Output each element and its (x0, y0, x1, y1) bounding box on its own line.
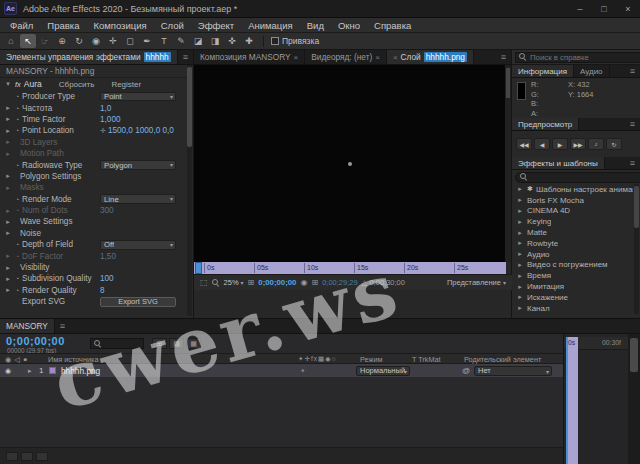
property-value[interactable]: 100 (100, 274, 114, 283)
blend-mode-dropdown[interactable]: Нормальный (356, 366, 410, 376)
puppet-tool-icon[interactable]: ✚ (241, 34, 257, 48)
layer-name[interactable]: hhhhh.png (61, 366, 100, 376)
register-link[interactable]: Register (111, 80, 141, 89)
expand-inout-columns-icon[interactable] (36, 452, 48, 461)
twirl-icon[interactable]: ▸ (4, 264, 12, 272)
always-preview-icon[interactable]: ⬚ (200, 278, 208, 287)
panel-menu-icon[interactable]: ≡ (625, 157, 640, 169)
panel-menu-icon[interactable]: ≡ (178, 50, 193, 64)
stopwatch-icon[interactable]: ◔ (12, 241, 22, 248)
pan-behind-tool-icon[interactable]: ✛ (105, 34, 121, 48)
maximize-icon[interactable]: □ (592, 0, 616, 17)
menu-composition[interactable]: Композиция (86, 20, 153, 31)
effects-category-item[interactable]: ▸Rowbyte (512, 238, 633, 249)
menu-view[interactable]: Вид (300, 20, 331, 31)
grid-icon[interactable]: ⊞ (248, 278, 255, 287)
brush-tool-icon[interactable]: ✎ (173, 34, 189, 48)
camera-tool-icon[interactable]: ◉ (88, 34, 104, 48)
property-value[interactable]: 8 (100, 286, 105, 295)
draft-3d-icon[interactable]: ▤ (169, 338, 184, 349)
twirl-icon[interactable]: ▸ (4, 138, 12, 146)
twirl-icon[interactable]: ▸ (4, 218, 12, 226)
close-icon[interactable]: × (616, 0, 640, 17)
view-dropdown[interactable]: Представление ▾ (447, 278, 506, 287)
twirl-icon[interactable]: ▸ (4, 286, 12, 294)
stopwatch-icon[interactable]: ◔ (12, 253, 22, 260)
current-time-indicator[interactable] (195, 262, 202, 274)
loop-toggle-button[interactable]: ↻ (606, 138, 622, 150)
minimize-icon[interactable]: – (568, 0, 592, 17)
panel-menu-icon[interactable]: ≡ (625, 118, 640, 130)
chevron-right-icon[interactable]: ▸ (516, 229, 524, 237)
home-icon[interactable]: ⌂ (3, 34, 19, 48)
column-parent[interactable]: Родительский элемент (464, 355, 541, 364)
effect-name[interactable]: Aura (24, 79, 42, 89)
parent-pickwhip-icon[interactable]: @ (462, 366, 470, 375)
eye-icon[interactable]: ◉ (5, 367, 11, 375)
timeline-track-area[interactable]: 0s 00:30f (563, 334, 628, 464)
layer-viewport[interactable] (194, 65, 506, 262)
property-value[interactable]: 300 (100, 206, 114, 215)
first-frame-button[interactable]: ◀◀ (516, 138, 532, 150)
twirl-icon[interactable]: ▸ (4, 252, 12, 260)
panel-menu-icon[interactable]: ≡ (625, 65, 640, 77)
effects-category-item[interactable]: ▸Искажение (512, 292, 633, 303)
twirl-icon[interactable]: ▸ (4, 172, 12, 180)
effects-search-input[interactable] (531, 173, 640, 182)
twirl-icon[interactable]: ▸ (4, 207, 12, 215)
chevron-right-icon[interactable]: ▸ (516, 185, 524, 193)
stopwatch-icon[interactable]: ◔ (12, 127, 22, 134)
stopwatch-icon[interactable]: ◔ (12, 275, 22, 282)
layer-label-color[interactable] (49, 367, 56, 374)
tab-layer[interactable]: × Слой hhhhh.png (387, 50, 474, 64)
zoom-tool-icon[interactable]: ⊕ (54, 34, 70, 48)
effects-category-item[interactable]: ▸✱Шаблоны настроек анимации (512, 184, 633, 195)
layer-row[interactable]: ◉ ▸ 1 hhhhh.png ✦ Нормальный @ Нет (0, 364, 563, 377)
panel-menu-icon[interactable]: ≡ (496, 50, 511, 64)
tab-effects-presets[interactable]: Эффекты и шаблоны (512, 157, 605, 169)
effects-category-item[interactable]: ▸Keying (512, 216, 633, 227)
help-search-input[interactable] (530, 53, 639, 62)
effects-category-item[interactable]: ▸Boris FX Mocha (512, 195, 633, 206)
twirl-icon[interactable]: ▸ (4, 127, 12, 135)
chevron-right-icon[interactable]: ▸ (516, 293, 524, 301)
twirl-icon[interactable]: ▸ (4, 104, 12, 112)
column-trkmat[interactable]: T TrkMat (412, 355, 441, 364)
effects-search-box[interactable] (515, 172, 640, 183)
viewer-timecode[interactable]: 0;00;00;00 (258, 278, 296, 287)
effects-category-item[interactable]: ▸Аудио (512, 249, 633, 260)
menu-animation[interactable]: Анимация (241, 20, 300, 31)
tab-preview[interactable]: Предпросмотр (512, 118, 579, 130)
timeline-timecode[interactable]: 0;00;00;00 (6, 335, 65, 347)
twirl-icon[interactable]: ▸ (4, 115, 12, 123)
type-tool-icon[interactable]: T (156, 34, 172, 48)
twirl-open-icon[interactable]: ▾ (4, 80, 12, 88)
layer-switches[interactable]: ✦ (300, 367, 307, 375)
layer-time-ruler[interactable]: 0s 05s 10s 15s 20s 25s (194, 262, 506, 274)
column-source-name[interactable]: Имя источника (48, 355, 98, 364)
last-frame-button[interactable]: ▶▶ (570, 138, 586, 150)
duration-timecode[interactable]: 0;00;29;29 (322, 278, 357, 287)
close-icon[interactable]: × (393, 53, 398, 62)
close-icon[interactable]: × (294, 53, 299, 62)
parent-dropdown[interactable]: Нет (474, 366, 552, 376)
column-mode[interactable]: Режим (360, 355, 383, 364)
timeline-scrollbar[interactable] (628, 334, 640, 464)
menu-help[interactable]: Справка (367, 20, 418, 31)
crosshair-icon[interactable]: ✛ (100, 127, 106, 135)
stopwatch-icon[interactable]: ◔ (12, 105, 22, 112)
magnifier-icon[interactable] (212, 279, 220, 287)
timeline-search-box[interactable] (90, 338, 144, 349)
eraser-tool-icon[interactable]: ◨ (207, 34, 223, 48)
tab-effect-controls[interactable]: Элементы управления эффектами hhhhh (0, 50, 178, 64)
clone-stamp-tool-icon[interactable]: ◪ (190, 34, 206, 48)
chevron-right-icon[interactable]: ▸ (516, 196, 524, 204)
effects-category-item[interactable]: ▸Matte (512, 227, 633, 238)
property-value[interactable]: 1500,0 1000,0 0,0 (108, 126, 174, 135)
chevron-right-icon[interactable]: ▸ (516, 207, 524, 215)
pen-tool-icon[interactable]: ✒ (139, 34, 155, 48)
menu-edit[interactable]: Правка (40, 20, 86, 31)
chevron-right-icon[interactable]: ▸ (516, 272, 524, 280)
menu-file[interactable]: Файл (3, 20, 40, 31)
help-search-box[interactable] (515, 52, 640, 63)
